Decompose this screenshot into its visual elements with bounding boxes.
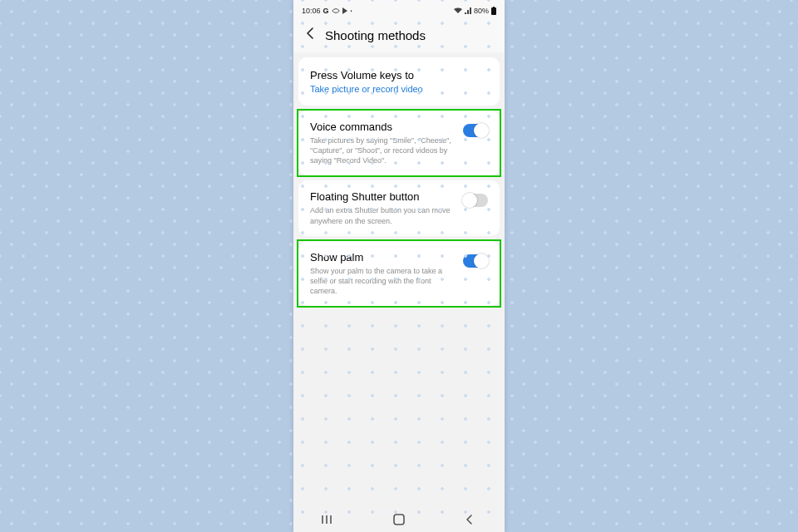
highlight-box bbox=[297, 109, 501, 177]
setting-row-voice-commands[interactable]: Voice commandsTake pictures by saying "S… bbox=[298, 111, 500, 175]
nav-back-button[interactable] bbox=[462, 512, 477, 527]
svg-rect-3 bbox=[394, 515, 404, 525]
page-title: Shooting methods bbox=[325, 28, 426, 42]
highlight-box bbox=[297, 239, 501, 308]
setting-desc: Show your palm to the camera to take a s… bbox=[310, 266, 455, 296]
status-bar: 10:06 G • 80% bbox=[293, 0, 505, 19]
setting-name: Show palm bbox=[310, 251, 455, 264]
setting-name: Voice commands bbox=[310, 121, 455, 133]
nav-bar bbox=[293, 507, 505, 532]
setting-row-show-palm[interactable]: Show palmShow your palm to the camera to… bbox=[298, 241, 500, 306]
svg-rect-0 bbox=[491, 7, 496, 15]
app-bar: Shooting methods bbox=[293, 19, 505, 52]
volume-keys-value: Take picture or record video bbox=[310, 84, 488, 94]
setting-row-floating-shutter-button[interactable]: Floating Shutter buttonAdd an extra Shut… bbox=[298, 180, 500, 235]
play-icon bbox=[342, 7, 348, 14]
battery-text: 80% bbox=[474, 7, 489, 15]
wallpaper: 10:06 G • 80% bbox=[0, 0, 798, 532]
nfc-icon bbox=[332, 7, 340, 14]
volume-keys-label: Press Volume keys to bbox=[310, 69, 488, 81]
clock: 10:06 bbox=[302, 7, 321, 15]
battery-icon bbox=[491, 7, 496, 15]
toggle-switch[interactable] bbox=[463, 254, 488, 268]
g-icon: G bbox=[323, 7, 329, 15]
toggle-switch[interactable] bbox=[463, 124, 488, 137]
volume-keys-row[interactable]: Press Volume keys to Take picture or rec… bbox=[298, 57, 500, 106]
svg-rect-1 bbox=[493, 7, 495, 7]
setting-desc: Add an extra Shutter button you can move… bbox=[310, 205, 455, 225]
signal-icon bbox=[465, 7, 471, 14]
dot-icon: • bbox=[351, 8, 352, 13]
toggle-switch[interactable] bbox=[463, 194, 488, 207]
wifi-icon bbox=[454, 7, 462, 14]
home-button[interactable] bbox=[392, 512, 406, 527]
back-icon[interactable] bbox=[305, 27, 317, 42]
setting-name: Floating Shutter button bbox=[310, 190, 455, 203]
recents-button[interactable] bbox=[321, 512, 336, 527]
setting-desc: Take pictures by saying "Smile", "Cheese… bbox=[310, 135, 455, 165]
phone-frame: 10:06 G • 80% bbox=[293, 0, 505, 532]
